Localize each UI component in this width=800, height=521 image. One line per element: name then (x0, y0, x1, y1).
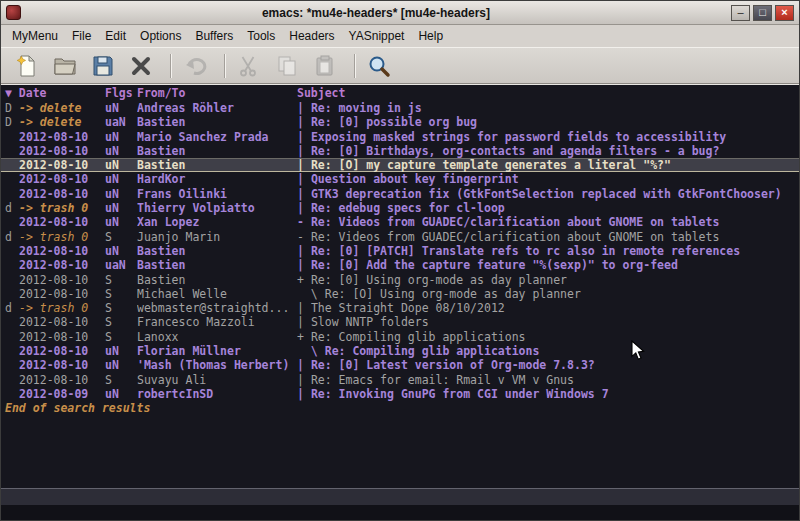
subject-text: Question about key fingerprint (311, 172, 519, 186)
message-row[interactable]: 2012-08-10uNHardKor| Question about key … (1, 172, 799, 186)
message-date: 2012-08-10 (19, 187, 105, 201)
message-date: 2012-08-10 (19, 344, 105, 358)
message-row[interactable]: 2012-08-10uN'Mash (Thomas Herbert)| Re: … (1, 358, 799, 372)
column-date[interactable]: ▼ Date (5, 85, 105, 101)
maximize-button[interactable]: □ (753, 5, 772, 21)
mark-prefix (5, 187, 19, 201)
menu-item[interactable]: MyMenu (5, 26, 65, 46)
subject-text: Re: [0] Add the capture feature "%(sexp)… (311, 258, 678, 272)
message-date: 2012-08-10 (19, 130, 105, 144)
message-date: -> trash 0 (19, 201, 105, 215)
thread-char: + (297, 330, 304, 344)
message-row[interactable]: D-> deleteuNAndreas Röhler| Re: moving i… (1, 101, 799, 115)
titlebar[interactable]: emacs: *mu4e-headers* [mu4e-headers] – □… (1, 1, 799, 25)
kill-buffer-button[interactable] (125, 51, 157, 81)
message-subject: | Re: moving in js (297, 101, 799, 115)
menu-item[interactable]: Headers (282, 26, 341, 46)
message-flags: uN (105, 215, 137, 229)
message-flags: uN (105, 101, 137, 115)
message-date: 2012-08-10 (19, 158, 105, 172)
message-subject: | Re: [0] [PATCH] Translate refs to rc a… (297, 244, 799, 258)
mark-prefix (5, 330, 19, 344)
magnifier-icon (367, 54, 391, 78)
message-row[interactable]: d-> trash 0uNThierry Volpiatto| Re: edeb… (1, 201, 799, 215)
close-button[interactable]: × (775, 5, 794, 21)
buffer-empty-space (1, 416, 799, 488)
search-button[interactable] (363, 51, 395, 81)
thread-char: | (297, 315, 304, 329)
menu-item[interactable]: Edit (98, 26, 133, 46)
message-row[interactable]: d-> trash 0Swebmaster@straightd...| The … (1, 301, 799, 315)
message-date: 2012-08-09 (19, 387, 105, 401)
menu-item[interactable]: YASnippet (342, 26, 412, 46)
subject-text: Re: [0] Latest version of Org-mode 7.8.3… (311, 358, 595, 372)
mark-prefix (5, 344, 19, 358)
message-subject: | GTK3 deprecation fix (GtkFontSelection… (297, 187, 799, 201)
thread-char: - (297, 215, 304, 229)
column-flags[interactable]: Flgs (105, 85, 137, 101)
message-row[interactable]: 2012-08-10uNMario Sanchez Prada| Exposin… (1, 130, 799, 144)
message-row[interactable]: 2012-08-10SMichael Welle \ Re: [O] Using… (1, 287, 799, 301)
message-row[interactable]: 2012-08-10uNBastien| Re: [0] Birthdays, … (1, 144, 799, 158)
mark-prefix (5, 358, 19, 372)
message-row[interactable]: 2012-08-10uNFlorian Müllner \ Re: Compil… (1, 344, 799, 358)
subject-text: Re: Invoking GnuPG from CGI under Window… (311, 387, 609, 401)
message-row[interactable]: D-> deleteuaNBastien| Re: [0] possible o… (1, 115, 799, 129)
message-subject: | Question about key fingerprint (297, 172, 799, 186)
message-subject: | Slow NNTP folders (297, 315, 799, 329)
mark-prefix (5, 172, 19, 186)
thread-char: | (297, 244, 304, 258)
column-from[interactable]: From/To (137, 85, 297, 101)
echo-area[interactable] (1, 505, 799, 520)
message-from: webmaster@straightd... (137, 301, 297, 315)
toolbar-separator (224, 54, 226, 78)
mark-prefix (5, 373, 19, 387)
minimize-button[interactable]: – (731, 5, 750, 21)
mark-prefix (5, 130, 19, 144)
message-date: 2012-08-10 (19, 215, 105, 229)
message-subject: | Re: [O] my capture template generates … (297, 158, 799, 172)
message-from: Suvayu Ali (137, 373, 297, 387)
message-row[interactable]: 2012-08-10uNXan Lopez- Re: Videos from G… (1, 215, 799, 229)
mark-prefix (5, 144, 19, 158)
message-from: Bastien (137, 115, 297, 129)
message-row[interactable]: 2012-08-09uNrobertcInSD| Re: Invoking Gn… (1, 387, 799, 401)
open-file-button[interactable] (49, 51, 81, 81)
message-date: 2012-08-10 (19, 315, 105, 329)
message-flags: S (105, 373, 137, 387)
menu-item[interactable]: Help (411, 26, 450, 46)
message-row[interactable]: 2012-08-10SFrancesco Mazzoli| Slow NNTP … (1, 315, 799, 329)
message-row[interactable]: d-> trash 0SJuanjo Marin- Re: Videos fro… (1, 230, 799, 244)
message-flags: S (105, 301, 137, 315)
message-row[interactable]: 2012-08-10uNBastien| Re: [O] my capture … (1, 158, 799, 172)
message-row[interactable]: 2012-08-10uNBastien| Re: [0] [PATCH] Tra… (1, 244, 799, 258)
menu-item[interactable]: File (65, 26, 98, 46)
message-subject: | Re: [0] possible org bug (297, 115, 799, 129)
message-row[interactable]: 2012-08-10uNFrans Oilinki| GTK3 deprecat… (1, 187, 799, 201)
emacs-app-icon (6, 5, 21, 20)
message-date: -> trash 0 (19, 301, 105, 315)
message-row[interactable]: 2012-08-10uaNBastien| Re: [0] Add the ca… (1, 258, 799, 272)
subject-text: Exposing masked strings for password fie… (311, 130, 726, 144)
message-from: Bastien (137, 273, 297, 287)
message-subject: | Re: [0] Birthdays, org-contacts and ag… (297, 144, 799, 158)
menu-item[interactable]: Tools (240, 26, 282, 46)
message-row[interactable]: 2012-08-10SSuvayu Ali| Re: Emacs for ema… (1, 373, 799, 387)
subject-text: The Straight Dope 08/10/2012 (311, 301, 505, 315)
headers-column-header-line: ▼ Date Flgs From/To Subject (1, 85, 799, 101)
new-file-button[interactable] (11, 51, 43, 81)
message-flags: uN (105, 244, 137, 258)
subject-text: Re: Emacs for email: Rmail v VM v Gnus (311, 373, 574, 387)
save-buffer-button[interactable] (87, 51, 119, 81)
message-row[interactable]: 2012-08-10SLanoxx+ Re: Compiling glib ap… (1, 330, 799, 344)
new-file-icon (15, 54, 39, 78)
message-from: Andreas Röhler (137, 101, 297, 115)
message-from: Michael Welle (137, 287, 297, 301)
message-row[interactable]: 2012-08-10SBastien+ Re: [0] Using org-mo… (1, 273, 799, 287)
column-subject[interactable]: Subject (297, 85, 799, 101)
mark-prefix (5, 273, 19, 287)
menu-item[interactable]: Buffers (188, 26, 240, 46)
message-subject: | Re: [0] Add the capture feature "%(sex… (297, 258, 799, 272)
message-from: Bastien (137, 144, 297, 158)
menu-item[interactable]: Options (133, 26, 188, 46)
